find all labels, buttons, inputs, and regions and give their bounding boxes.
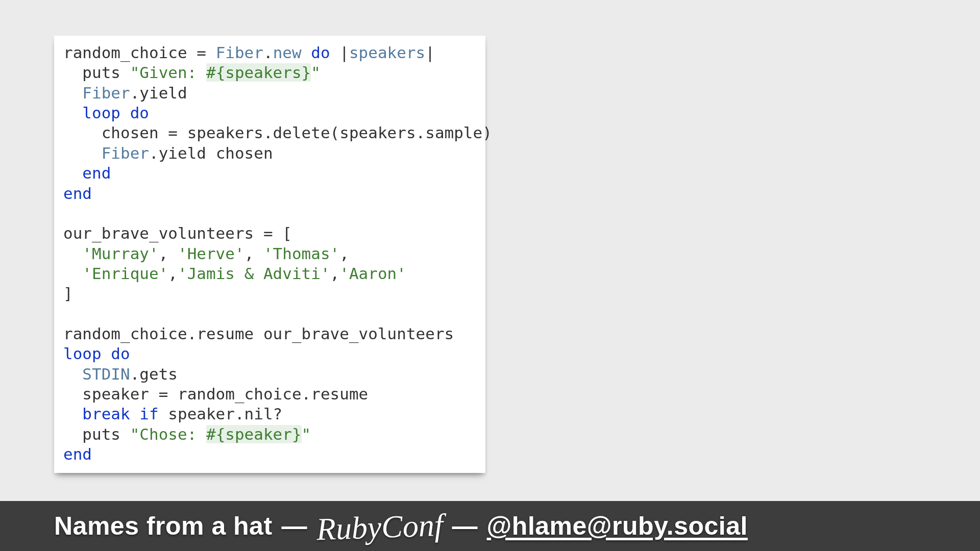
code-token bbox=[63, 244, 82, 263]
code-token: | bbox=[425, 43, 435, 62]
code-token: 'Jamis & Adviti' bbox=[178, 264, 330, 283]
code-token bbox=[63, 264, 82, 283]
code-token: 'Herve' bbox=[178, 244, 244, 263]
code-token: 'Aaron' bbox=[339, 264, 406, 283]
code-token: #{speaker} bbox=[206, 425, 302, 443]
code-token: , bbox=[339, 244, 349, 263]
code-token: puts bbox=[63, 425, 130, 443]
code-token: do bbox=[311, 43, 330, 62]
code-token: speaker.nil? bbox=[159, 405, 283, 423]
code-token: random_choice = bbox=[63, 43, 216, 62]
code-token: 'Murray' bbox=[82, 244, 158, 263]
separator-dash: — bbox=[282, 511, 307, 541]
code-token: speakers bbox=[349, 43, 425, 62]
code-token: end bbox=[63, 184, 92, 203]
code-token: random_choice.resume our_brave_volunteer… bbox=[63, 324, 454, 343]
conference-name: RubyConf bbox=[315, 507, 443, 547]
code-token: loop do bbox=[63, 344, 130, 363]
code-token: puts bbox=[63, 63, 130, 82]
code-token: end bbox=[82, 164, 111, 182]
footer-bar: Names from a hat — RubyConf — @hlame@rub… bbox=[0, 501, 980, 551]
code-token: our_brave_volunteers = [ bbox=[63, 224, 292, 242]
code-token: "Chose: bbox=[130, 425, 206, 443]
code-token: .yield bbox=[130, 84, 187, 102]
code-token: 'Thomas' bbox=[263, 244, 339, 263]
code-token: break if bbox=[82, 405, 158, 423]
code-token: loop do bbox=[82, 104, 149, 122]
code-block: random_choice = Fiber.new do |speakers| … bbox=[54, 36, 485, 473]
code-token: , bbox=[159, 244, 178, 263]
code-token: .gets bbox=[130, 365, 178, 383]
code-token: Fiber bbox=[82, 84, 130, 102]
code-token bbox=[63, 365, 82, 383]
author-handle[interactable]: @hlame@ruby.social bbox=[487, 511, 748, 541]
code-token bbox=[63, 84, 82, 102]
code-token: Fiber bbox=[216, 43, 263, 62]
code-token: , bbox=[168, 264, 178, 283]
code-token: , bbox=[330, 264, 340, 283]
slide: random_choice = Fiber.new do |speakers| … bbox=[0, 0, 980, 551]
code-token: end bbox=[63, 445, 92, 463]
code-token: . bbox=[263, 43, 273, 62]
code-token bbox=[63, 405, 82, 423]
talk-title: Names from a hat bbox=[54, 511, 273, 541]
code-token: " bbox=[302, 425, 311, 443]
code-token bbox=[63, 104, 82, 122]
code-token: speaker = random_choice.resume bbox=[63, 385, 368, 403]
code-token: "Given: bbox=[130, 63, 206, 82]
code-token: | bbox=[330, 43, 349, 62]
code-token: STDIN bbox=[82, 365, 130, 383]
code-token bbox=[63, 164, 82, 182]
code-token: #{speakers} bbox=[206, 63, 311, 82]
code-token: .yield chosen bbox=[149, 144, 273, 162]
code-token: chosen = speakers.delete(speakers.sample… bbox=[63, 123, 492, 142]
separator-dash: — bbox=[452, 511, 478, 541]
code-token: , bbox=[244, 244, 263, 263]
code-token bbox=[63, 144, 102, 162]
code-token: " bbox=[311, 63, 321, 82]
code-token: Fiber bbox=[102, 144, 149, 162]
code-token: new bbox=[273, 43, 302, 62]
code-token: 'Enrique' bbox=[82, 264, 168, 283]
code-token bbox=[302, 43, 311, 62]
code-token: ] bbox=[63, 284, 73, 303]
